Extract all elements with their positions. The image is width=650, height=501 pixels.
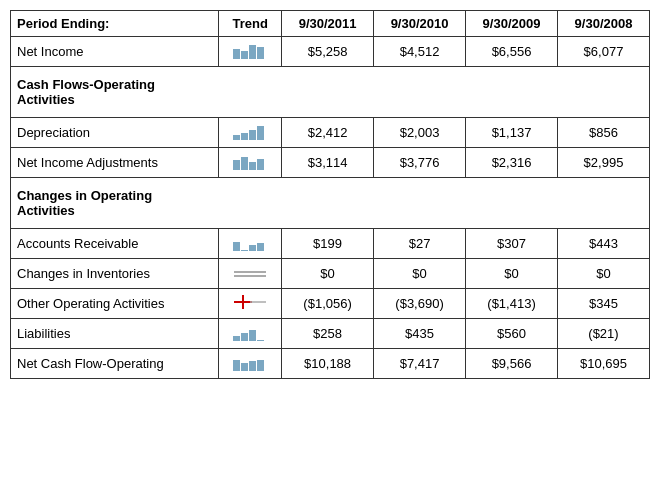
trend-cell — [219, 229, 282, 259]
col3-header: 9/30/2009 — [466, 11, 558, 37]
trend-cell — [219, 148, 282, 178]
cell-col3: $1,137 — [466, 118, 558, 148]
svg-rect-12 — [233, 242, 240, 251]
cell-col3: $2,316 — [466, 148, 558, 178]
section-header-row-2: Activities — [11, 92, 650, 118]
svg-rect-2 — [249, 45, 256, 59]
cell-col1: $258 — [282, 319, 374, 349]
cell-col2: $0 — [374, 259, 466, 289]
svg-rect-7 — [257, 126, 264, 140]
cell-col4: $856 — [558, 118, 650, 148]
trend-header: Trend — [219, 11, 282, 37]
cell-col3: $307 — [466, 229, 558, 259]
svg-rect-28 — [257, 360, 264, 371]
trend-cell — [219, 118, 282, 148]
period-header: Period Ending: — [11, 11, 219, 37]
svg-rect-4 — [233, 135, 240, 140]
svg-rect-1 — [241, 51, 248, 59]
cell-col4: $345 — [558, 289, 650, 319]
table-row: Net Cash Flow-Operating $10,188 $7,417 $… — [11, 349, 650, 379]
cell-col4: $0 — [558, 259, 650, 289]
cell-col4: $6,077 — [558, 37, 650, 67]
cell-col3: $0 — [466, 259, 558, 289]
cell-col1: $0 — [282, 259, 374, 289]
cell-col1: $3,114 — [282, 148, 374, 178]
svg-rect-21 — [233, 336, 240, 341]
section-label-2: Activities — [11, 92, 650, 118]
svg-rect-8 — [233, 160, 240, 170]
trend-cell — [219, 259, 282, 289]
svg-rect-14 — [249, 245, 256, 251]
trend-cell — [219, 289, 282, 319]
section-header-row: Changes in Operating — [11, 178, 650, 204]
section-label-2: Activities — [11, 203, 650, 229]
svg-rect-10 — [249, 162, 256, 170]
section-label: Cash Flows-Operating — [11, 67, 650, 93]
cell-col2: $27 — [374, 229, 466, 259]
cell-col3: $560 — [466, 319, 558, 349]
svg-rect-25 — [233, 360, 240, 371]
col1-header: 9/30/2011 — [282, 11, 374, 37]
svg-rect-11 — [257, 159, 264, 170]
section-label: Changes in Operating — [11, 178, 650, 204]
table-row: Depreciation $2,412 $2,003 $1,137 $856 — [11, 118, 650, 148]
cell-col2: $4,512 — [374, 37, 466, 67]
row-label: Accounts Receivable — [11, 229, 219, 259]
svg-rect-3 — [257, 47, 264, 59]
row-label: Net Cash Flow-Operating — [11, 349, 219, 379]
cell-col2: $3,776 — [374, 148, 466, 178]
section-header-row: Cash Flows-Operating — [11, 67, 650, 93]
row-label: Changes in Inventories — [11, 259, 219, 289]
trend-cell — [219, 349, 282, 379]
table-row: Accounts Receivable $199 $27 $307 $443 — [11, 229, 650, 259]
row-label: Liabilities — [11, 319, 219, 349]
row-label: Depreciation — [11, 118, 219, 148]
svg-rect-22 — [241, 333, 248, 341]
section-header-row-2: Activities — [11, 203, 650, 229]
cell-col4: $2,995 — [558, 148, 650, 178]
cell-col3: ($1,413) — [466, 289, 558, 319]
col2-header: 9/30/2010 — [374, 11, 466, 37]
cell-col1: $199 — [282, 229, 374, 259]
svg-rect-24 — [257, 340, 264, 341]
table-row: Net Income $5,258 $4,512 $6,556 $6,077 — [11, 37, 650, 67]
table-body: Net Income $5,258 $4,512 $6,556 $6,077 C… — [11, 37, 650, 379]
table-row: Liabilities $258 $435 $560 ($21) — [11, 319, 650, 349]
financial-table: Period Ending: Trend 9/30/2011 9/30/2010… — [10, 10, 650, 379]
cell-col1: $2,412 — [282, 118, 374, 148]
cell-col4: $443 — [558, 229, 650, 259]
svg-rect-13 — [241, 250, 248, 251]
row-label: Other Operating Activities — [11, 289, 219, 319]
table-row: Changes in Inventories $0 $0 $0 $0 — [11, 259, 650, 289]
cell-col4: ($21) — [558, 319, 650, 349]
cell-col2: $2,003 — [374, 118, 466, 148]
svg-rect-27 — [249, 361, 256, 371]
trend-cell — [219, 37, 282, 67]
cell-col4: $10,695 — [558, 349, 650, 379]
trend-cell — [219, 319, 282, 349]
col4-header: 9/30/2008 — [558, 11, 650, 37]
svg-rect-15 — [257, 243, 264, 251]
table-row: Net Income Adjustments $3,114 $3,776 $2,… — [11, 148, 650, 178]
cell-col1: $5,258 — [282, 37, 374, 67]
svg-rect-23 — [249, 330, 256, 341]
row-label: Net Income Adjustments — [11, 148, 219, 178]
cell-col2: ($3,690) — [374, 289, 466, 319]
cell-col2: $435 — [374, 319, 466, 349]
cell-col2: $7,417 — [374, 349, 466, 379]
svg-rect-5 — [241, 133, 248, 140]
cell-col3: $6,556 — [466, 37, 558, 67]
cell-col1: ($1,056) — [282, 289, 374, 319]
row-label: Net Income — [11, 37, 219, 67]
cell-col3: $9,566 — [466, 349, 558, 379]
cell-col1: $10,188 — [282, 349, 374, 379]
table-header-row: Period Ending: Trend 9/30/2011 9/30/2010… — [11, 11, 650, 37]
svg-rect-9 — [241, 157, 248, 170]
svg-rect-0 — [233, 49, 240, 59]
svg-rect-6 — [249, 130, 256, 140]
table-row: Other Operating Activities ($1,056) ($3,… — [11, 289, 650, 319]
svg-rect-26 — [241, 363, 248, 371]
